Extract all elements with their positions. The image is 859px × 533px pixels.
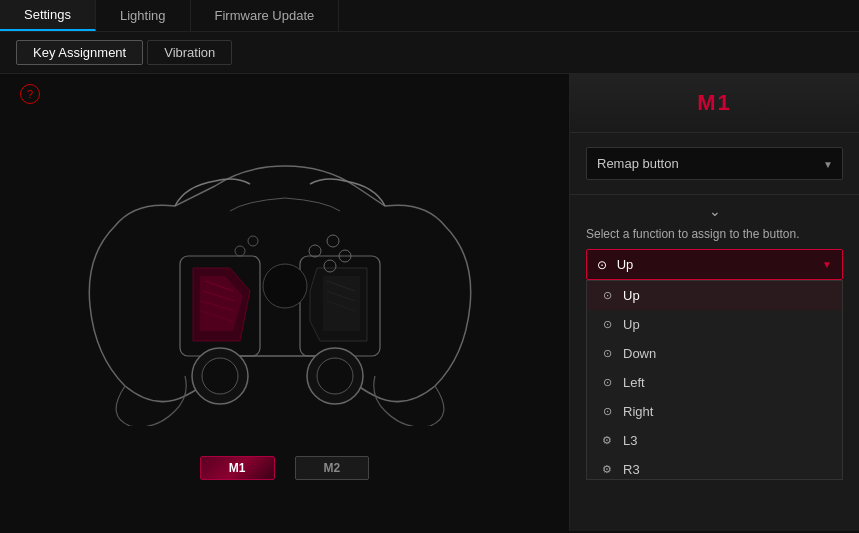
- panel-title: M1: [590, 90, 839, 116]
- controller-area: ?: [0, 74, 569, 531]
- panel-header: M1: [570, 74, 859, 133]
- svg-point-9: [263, 264, 307, 308]
- chevron-down-icon: ⌄: [570, 195, 859, 227]
- tab-settings[interactable]: Settings: [0, 0, 96, 31]
- selected-func-label: Up: [617, 257, 634, 272]
- svg-point-15: [327, 235, 339, 247]
- item-icon: ⊙: [599, 405, 615, 418]
- list-item[interactable]: ⚙ L3: [587, 426, 842, 455]
- remap-select-wrapper: Remap button: [586, 147, 843, 180]
- remap-select[interactable]: Remap button: [586, 147, 843, 180]
- dropdown-arrow-icon: ▼: [822, 259, 832, 270]
- vibration-button[interactable]: Vibration: [147, 40, 232, 65]
- list-item[interactable]: ⊙ Down: [587, 339, 842, 368]
- item-icon: ⚙: [599, 434, 615, 447]
- item-icon: ⊙: [599, 318, 615, 331]
- right-panel: M1 Remap button ⌄ Select a function to a…: [569, 74, 859, 531]
- item-icon: ⊙: [599, 376, 615, 389]
- assign-label: Select a function to assign to the butto…: [586, 227, 843, 241]
- sub-navigation: Key Assignment Vibration: [0, 32, 859, 74]
- controller-image: [75, 126, 495, 446]
- function-dropdown-trigger[interactable]: ⊙ Up ▼: [586, 249, 843, 280]
- tab-lighting[interactable]: Lighting: [96, 0, 191, 31]
- item-label: R3: [623, 462, 640, 477]
- key-assignment-button[interactable]: Key Assignment: [16, 40, 143, 65]
- item-label: Up: [623, 317, 640, 332]
- list-item[interactable]: ⚙ R3: [587, 455, 842, 480]
- function-list[interactable]: ⊙ Up ⊙ Up ⊙ Down ⊙ Left: [586, 280, 843, 480]
- selected-func-icon: ⊙: [597, 258, 607, 272]
- controller-mode-buttons: M1 M2: [200, 456, 369, 480]
- help-icon[interactable]: ?: [20, 84, 40, 104]
- assign-section: Select a function to assign to the butto…: [570, 227, 859, 290]
- list-item[interactable]: ⊙ Left: [587, 368, 842, 397]
- item-icon: ⚙: [599, 463, 615, 476]
- svg-point-13: [317, 358, 353, 394]
- svg-point-19: [235, 246, 245, 256]
- list-item[interactable]: ⊙ Up: [587, 281, 842, 310]
- top-navigation: Settings Lighting Firmware Update: [0, 0, 859, 32]
- item-label: Left: [623, 375, 645, 390]
- item-label: Right: [623, 404, 653, 419]
- item-label: Down: [623, 346, 656, 361]
- main-content: ?: [0, 74, 859, 531]
- tab-firmware[interactable]: Firmware Update: [191, 0, 340, 31]
- m1-button[interactable]: M1: [200, 456, 275, 480]
- remap-section: Remap button: [570, 133, 859, 195]
- item-label: L3: [623, 433, 637, 448]
- svg-point-14: [309, 245, 321, 257]
- list-item[interactable]: ⊙ Right: [587, 397, 842, 426]
- function-dropdown[interactable]: ⊙ Up ▼ ⊙ Up ⊙ Up ⊙: [586, 249, 843, 280]
- item-icon: ⊙: [599, 289, 615, 302]
- list-item[interactable]: ⊙ Up: [587, 310, 842, 339]
- svg-point-11: [202, 358, 238, 394]
- svg-point-18: [248, 236, 258, 246]
- m2-button[interactable]: M2: [295, 456, 370, 480]
- item-icon: ⊙: [599, 347, 615, 360]
- item-label: Up: [623, 288, 640, 303]
